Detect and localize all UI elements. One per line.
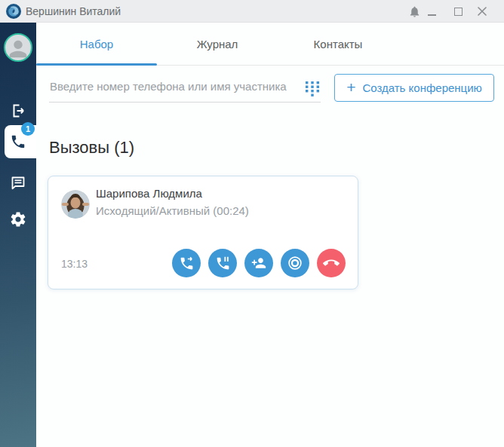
call-card: Шарипова Людмила Исходящий/Активный (00:… <box>48 176 358 289</box>
transfer-call-button[interactable] <box>172 249 201 277</box>
calls-badge: 1 <box>21 122 35 136</box>
search-input[interactable] <box>49 75 321 103</box>
sidebar-item-calls[interactable]: 1 <box>5 125 36 158</box>
maximize-button[interactable] <box>448 0 468 23</box>
phone-pause-icon <box>215 256 231 271</box>
hold-call-button[interactable] <box>208 249 237 277</box>
tab-journal[interactable]: Журнал <box>157 23 278 65</box>
tab-contacts[interactable]: Контакты <box>278 23 398 65</box>
active-tab-underline <box>36 63 157 66</box>
create-conference-label: Создать конференцию <box>362 81 481 94</box>
calls-heading: Вызовы (1) <box>49 138 134 158</box>
plus-icon: + <box>346 79 355 95</box>
tab-dial[interactable]: Набор <box>36 23 157 65</box>
settings-gear-icon[interactable] <box>9 210 27 228</box>
contact-name: Шарипова Людмила <box>96 187 202 200</box>
sidebar: 1 <box>0 23 36 447</box>
person-add-icon <box>251 256 266 271</box>
logout-icon[interactable] <box>9 102 27 120</box>
app-logo-icon <box>6 4 21 19</box>
phone-forward-icon <box>179 256 195 271</box>
record-call-button[interactable] <box>281 249 309 277</box>
hangup-button[interactable] <box>317 249 346 277</box>
call-status: Исходящий/Активный (00:24) <box>96 204 249 217</box>
create-conference-button[interactable]: + Создать конференцию <box>334 74 494 102</box>
record-icon <box>287 255 303 271</box>
search-field-wrap <box>49 75 321 103</box>
app-window: Вершинин Виталий 1 <box>0 0 504 447</box>
phone-icon <box>10 133 26 150</box>
window-title: Вершинин Виталий <box>26 0 121 23</box>
dialpad-icon[interactable] <box>306 81 319 96</box>
close-button[interactable] <box>472 0 492 23</box>
chat-icon[interactable] <box>9 174 27 192</box>
add-participant-button[interactable] <box>244 249 273 277</box>
minimize-button[interactable] <box>422 0 441 23</box>
call-time: 13:13 <box>61 258 88 270</box>
contact-photo <box>61 190 90 219</box>
user-avatar[interactable] <box>4 33 32 62</box>
titlebar: Вершинин Виталий <box>0 0 504 23</box>
call-end-icon <box>323 255 340 271</box>
